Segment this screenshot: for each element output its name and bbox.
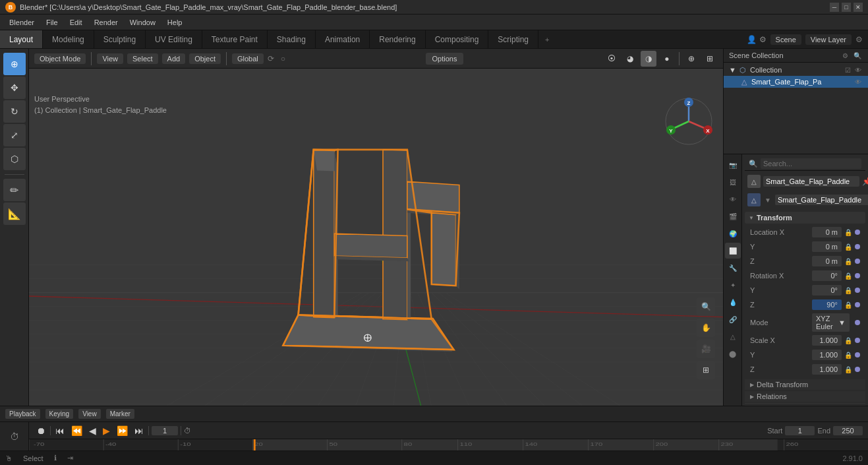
- skip-end-button[interactable]: ⏭: [132, 425, 146, 436]
- outliner-search-button[interactable]: 🔍: [852, 52, 863, 59]
- menu-file[interactable]: File: [41, 17, 63, 28]
- menu-help[interactable]: Help: [162, 17, 188, 28]
- end-frame-input[interactable]: [833, 426, 863, 435]
- outliner-item-collection[interactable]: ▼ ⬡ Collection ☑ 👁: [724, 64, 868, 76]
- keyframe-dot-sx[interactable]: [855, 338, 860, 343]
- output-tab[interactable]: 🖼: [725, 174, 741, 190]
- keyframe-dot-ry[interactable]: [855, 288, 860, 293]
- viewport-shading-icon2[interactable]: ◕: [622, 51, 638, 67]
- maximize-button[interactable]: □: [842, 3, 851, 12]
- render-tab[interactable]: 📷: [725, 157, 741, 173]
- properties-search-input[interactable]: [761, 158, 861, 169]
- current-frame-input[interactable]: [152, 426, 178, 435]
- lock-sx-icon[interactable]: 🔒: [844, 337, 852, 344]
- add-workspace-button[interactable]: +: [538, 30, 556, 48]
- lock-z-icon[interactable]: 🔒: [844, 258, 852, 265]
- tab-layout[interactable]: Layout: [0, 30, 43, 48]
- proportional-edit-icon[interactable]: ○: [281, 54, 285, 63]
- lock-sz-icon[interactable]: 🔒: [844, 366, 852, 373]
- play-button[interactable]: ▶: [101, 425, 112, 436]
- zoom-to-cursor-button[interactable]: 🔍: [697, 297, 715, 316]
- viewport[interactable]: Object Mode View Select Add Object Globa…: [29, 49, 723, 406]
- transform-orientation-button[interactable]: Global: [232, 53, 264, 64]
- viewport-shading-solid-button[interactable]: ◑: [641, 51, 656, 67]
- particles-tab[interactable]: ✦: [725, 277, 741, 293]
- transform-tool-button[interactable]: ⬡: [3, 148, 26, 170]
- view-layer-selector[interactable]: View Layer: [805, 34, 852, 45]
- keyframe-dot-sy[interactable]: [855, 352, 860, 357]
- object-mode-button[interactable]: Object Mode: [34, 53, 86, 64]
- lock-x-icon[interactable]: 🔒: [844, 229, 852, 236]
- menu-window[interactable]: Window: [125, 17, 161, 28]
- skip-start-button[interactable]: ⏮: [53, 425, 67, 436]
- cursor-tool-button[interactable]: ⊕: [3, 53, 26, 75]
- playback-button[interactable]: Playback: [5, 409, 40, 419]
- step-back-button[interactable]: ⏪: [69, 425, 84, 436]
- camera-view-button[interactable]: 🎥: [697, 340, 715, 358]
- constraints-tab[interactable]: 🔗: [725, 311, 741, 327]
- view-button[interactable]: View: [78, 409, 101, 419]
- material-tab[interactable]: ⬤: [725, 346, 741, 361]
- location-y-value[interactable]: 0 m: [812, 241, 842, 252]
- viewlayer-tab[interactable]: 👁: [725, 191, 741, 207]
- data-tab[interactable]: △: [725, 328, 741, 344]
- lock-rx-icon[interactable]: 🔒: [844, 272, 852, 280]
- view-menu-button[interactable]: View: [97, 53, 123, 64]
- add-menu-button[interactable]: Add: [162, 53, 186, 64]
- object-visibility[interactable]: 👁: [854, 78, 863, 86]
- viewport-shading-rendered-button[interactable]: ●: [659, 51, 675, 67]
- close-button[interactable]: ✕: [854, 3, 863, 12]
- mode-select[interactable]: XYZ Euler ▼: [812, 313, 850, 332]
- delta-transform-header[interactable]: ▶ Delta Transform: [745, 379, 865, 390]
- outliner-filter-button[interactable]: ⚙: [841, 52, 850, 59]
- tab-compositing[interactable]: Compositing: [426, 30, 489, 48]
- tab-rendering[interactable]: Rendering: [370, 30, 425, 48]
- start-frame-input[interactable]: [785, 426, 815, 435]
- transform-section-header[interactable]: ▼ Transform: [745, 212, 865, 224]
- scene-selector[interactable]: Scene: [770, 34, 801, 45]
- collection-checkbox[interactable]: ☑: [844, 67, 852, 74]
- select-menu-button[interactable]: Select: [127, 53, 158, 64]
- outliner-item-object[interactable]: △ Smart_Gate_Flap_Pa 👁: [724, 76, 868, 88]
- keyframe-dot-x[interactable]: [855, 230, 860, 235]
- keyframe-dot-y[interactable]: [855, 244, 860, 249]
- lock-y-icon[interactable]: 🔒: [844, 243, 852, 251]
- object-name-input[interactable]: [763, 176, 859, 187]
- tab-animation[interactable]: Animation: [316, 30, 370, 48]
- record-button[interactable]: ⏺: [34, 425, 47, 436]
- physics-tab[interactable]: 💧: [725, 294, 741, 310]
- annotate-tool-button[interactable]: ✏: [3, 179, 26, 201]
- object-tab[interactable]: ⬜: [725, 243, 741, 259]
- viewport-scene[interactable]: Z X Y 🔍 ✋ 🎥 ⊞ User: [29, 69, 723, 406]
- tab-modeling[interactable]: Modeling: [43, 30, 94, 48]
- location-x-value[interactable]: 0 m: [812, 227, 842, 237]
- tab-uv-editing[interactable]: UV Editing: [146, 30, 202, 48]
- orthographic-button[interactable]: ⊞: [697, 361, 715, 379]
- keyframe-dot-rz[interactable]: [855, 302, 860, 307]
- minimize-button[interactable]: ─: [830, 3, 839, 12]
- keyframe-dot-sz[interactable]: [855, 367, 860, 372]
- options-button[interactable]: Options: [426, 53, 464, 65]
- timeline-left-icon[interactable]: ⏱: [9, 431, 20, 442]
- object-menu-button[interactable]: Object: [189, 53, 221, 64]
- viewport-shading-icon1[interactable]: ⦿: [604, 51, 620, 67]
- move-tool-button[interactable]: ✥: [3, 77, 26, 99]
- world-tab[interactable]: 🌍: [725, 226, 741, 241]
- step-forward-button[interactable]: ⏩: [115, 425, 130, 436]
- lock-sy-icon[interactable]: 🔒: [844, 352, 852, 359]
- filter-icon[interactable]: ⚙: [855, 35, 863, 44]
- overlay-button[interactable]: ⊕: [683, 51, 699, 67]
- marker-button[interactable]: Marker: [106, 409, 134, 419]
- tab-shading[interactable]: Shading: [268, 30, 316, 48]
- rotation-y-value[interactable]: 0°: [812, 285, 842, 295]
- menu-blender[interactable]: Blender: [4, 17, 40, 28]
- location-z-value[interactable]: 0 m: [812, 256, 842, 266]
- snap-icons[interactable]: ⟳: [268, 54, 274, 63]
- scale-z-value[interactable]: 1.000: [812, 364, 842, 375]
- timeline-track[interactable]: -70 -40 -10 20 50 80 110 140 170: [29, 439, 868, 450]
- scale-y-value[interactable]: 1.000: [812, 350, 842, 360]
- keyframe-dot-rx[interactable]: [855, 273, 860, 278]
- keyframe-dot-mode[interactable]: [855, 320, 860, 325]
- keyframe-dot-z[interactable]: [855, 259, 860, 264]
- measure-tool-button[interactable]: 📐: [3, 202, 26, 225]
